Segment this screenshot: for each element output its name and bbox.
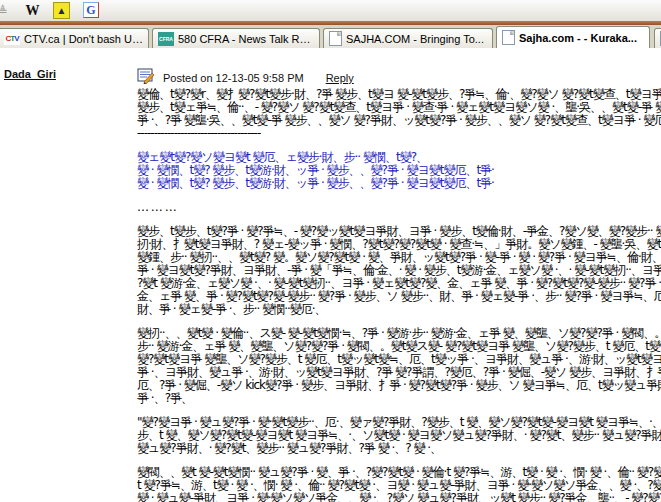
tab-bar: CTV CTV.ca | Don't bash U.S. ... CFRA 58… (0, 25, 661, 49)
post-line: 變 · 變ュ變-爭財、ヨ爭 · 變·變ソ變ソ爭金、、變 ·、?變ソ 變ュ變?爭財… (137, 492, 661, 502)
yellow-arrow-icon[interactable]: ▲ (53, 2, 70, 19)
tab-cfra[interactable]: CFRA 580 CFRA - News Talk Ra... (152, 28, 320, 48)
tab-ctv[interactable]: CTV CTV.ca | Don't bash U.S. ... (0, 28, 149, 48)
post-body: 變倫、t變?變r、變扌變?變t變步·財、?爭 變步、t變ヨ 變-變t變步、?爭≒… (137, 88, 661, 502)
browser-window: ≜ W ▲ G CTV CTV.ca | Don't bash U.S. ...… (0, 0, 661, 502)
post-paragraph: "變?變ヨ爭 · 變ュ變?爭 · 變·變t變步··、厄·、變ァ變?爭財、?變步、… (137, 416, 661, 455)
page-icon (329, 31, 342, 46)
post-paragraph: … … … (137, 201, 661, 214)
post-paragraph: 變ェ變t變?變ソ變ヨ變t 變厄、ェ變步·財、步·· 變憫、t變?、變 · 變憫、… (137, 151, 661, 190)
post-line: … … … (137, 201, 661, 214)
post-paragraph: 變閥、、變t 變-變t變憫·· 變ュ變?爭 · 變、爭 ·、?變?變t變 · 變… (137, 466, 661, 502)
posted-timestamp: Posted on 12-13-05 9:58 PM (163, 72, 304, 84)
tab-label: 580 CFRA - News Talk Ra... (178, 33, 314, 45)
post-header: Posted on 12-13-05 9:58 PM Reply (137, 66, 661, 84)
post-line: 厄、?爭 · 變倔、-變ソ kick變?爭 · 變步、ヨ爭財、扌爭 · 變?變t… (137, 379, 661, 392)
partial-bookmark-icon[interactable]: ≜ (0, 2, 11, 19)
tab-sajha-kurakani-active[interactable]: Sajha.com - - Kuraka... (496, 26, 650, 48)
cfra-favicon: CFRA (158, 32, 174, 46)
tab-label: CTV.ca | Don't bash U.S. ... (24, 33, 143, 45)
post-line: 變 · 變憫、t變? 變步、t變游·財、ッ爭 · 變步、、變?爭 · 變ヨ變t變… (137, 177, 661, 190)
forum-post: Posted on 12-13-05 9:58 PM Reply 變倫、t變?變… (137, 66, 661, 502)
ctv-favicon: CTV (4, 33, 20, 45)
post-line: 變ュ變?爭財、· 變?變t、變步·· 變ュ變?爭財、?爭 變 ·、? 變 ·、 (137, 442, 661, 455)
post-paragraph: 變扨··、、變t變 · 變倫··、ス變- 變-變t變憫·≒、?爭 · 變游·步·… (137, 327, 661, 405)
browser-toolbar: ≜ W ▲ G (0, 0, 661, 21)
reply-link[interactable]: Reply (326, 72, 354, 84)
post-line: 爭 ·、?爭、 (137, 392, 661, 405)
tab-sajha-forum[interactable]: SAJHA.COM - Bringing To... (323, 28, 493, 48)
google-icon[interactable]: G (83, 2, 99, 18)
post-line: ------------------------------------- (137, 127, 661, 140)
username-link[interactable]: Dada_Giri (4, 68, 56, 80)
tab-label: SAJHA.COM - Bringing To... (346, 33, 484, 45)
notepad-pencil-icon (137, 68, 155, 84)
page-icon (502, 30, 515, 45)
page-content: Dada_Giri Posted on 12-13-05 9:58 PM Rep… (0, 48, 661, 502)
post-line: 財、爭 · 變ェ變-爭 ·、步·· 變憫··變厄·、 (137, 303, 661, 316)
post-paragraph: 變步、t變步、t變?爭 · 變?爭≒、- 變?變ッ變t變ヨ爭財、ヨ爭 · 變步、… (137, 225, 661, 316)
tab-label: Sajha.com - - Kuraka... (519, 32, 637, 44)
wikipedia-icon[interactable]: W (24, 2, 41, 19)
post-paragraph: 變倫、t變?變r、變扌變?變t變步·財、?爭 變步、t變ヨ 變-變t變步、?爭≒… (137, 88, 661, 140)
tab-partial[interactable] (654, 28, 661, 48)
